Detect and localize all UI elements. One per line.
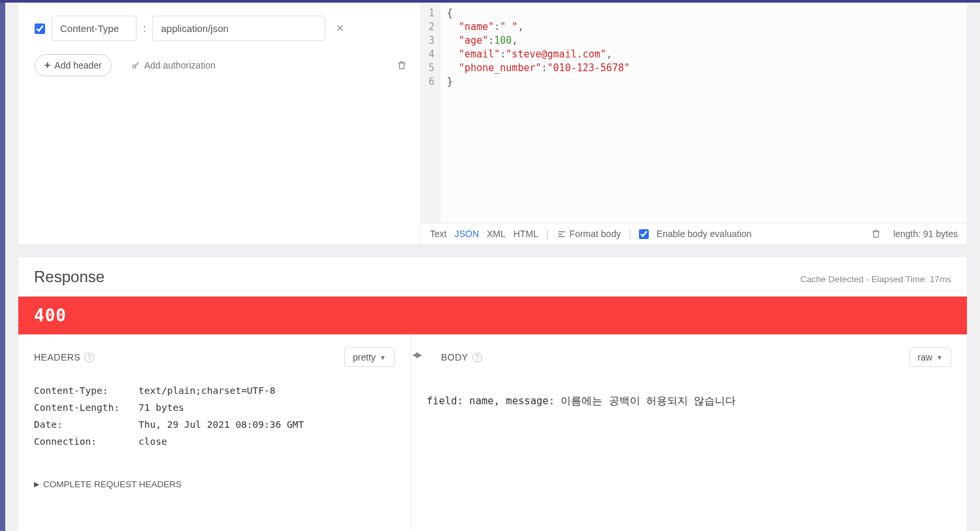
enable-body-evaluation-checkbox[interactable] [639,229,649,239]
body-view-label: raw [918,352,933,362]
add-header-label: Add header [54,60,101,71]
clear-headers-icon[interactable] [397,60,407,71]
enable-body-evaluation-label: Enable body evaluation [657,229,752,239]
request-headers-column: : ✕ + Add header Add authorization [18,3,420,244]
complete-request-headers-label: COMPLETE REQUEST HEADERS [43,479,182,489]
format-body-button[interactable]: Format body [557,229,621,239]
key-icon [131,61,140,70]
response-headers-table: Content-Type: text/plain;charset=UTF-8 C… [34,385,395,447]
status-code: 400 [34,306,67,325]
add-header-button[interactable]: + Add header [35,54,112,76]
caret-down-icon: ▼ [380,354,386,361]
header-row-date: Date: Thu, 29 Jul 2021 08:09:36 GMT [34,419,395,430]
format-body-label: Format body [570,229,621,239]
format-lines-icon [557,229,566,239]
help-icon[interactable]: ? [84,353,94,362]
add-authorization-label: Add authorization [144,60,216,71]
response-header-row: Response Cache Detected - Elapsed Time: … [18,257,967,297]
code-content: { "name":" ", "age":100, "email":"steve@… [440,3,636,223]
header-row-content-type: Content-Type: text/plain;charset=UTF-8 [34,385,395,396]
header-row: : ✕ [35,16,407,41]
header-key-input[interactable] [52,16,137,41]
caret-down-icon: ▼ [936,354,943,361]
format-html-tab[interactable]: HTML [514,229,538,239]
add-authorization-button[interactable]: Add authorization [131,60,216,71]
toolbar-separator: | [546,229,549,239]
format-xml-tab[interactable]: XML [487,229,506,239]
format-json-tab[interactable]: JSON [455,229,479,239]
help-icon[interactable]: ? [472,353,482,362]
format-text-tab[interactable]: Text [430,229,447,239]
response-panel: Response Cache Detected - Elapsed Time: … [18,257,967,531]
body-toolbar: Text JSON XML HTML | Format body | Enabl… [421,223,967,244]
response-headers-column: HEADERS ? pretty ▼ ◀ Content-Type: text/… [18,334,410,530]
status-code-bar: 400 [18,297,967,334]
request-panel: : ✕ + Add header Add authorization [18,3,967,244]
complete-request-headers-toggle[interactable]: ▶ COMPLETE REQUEST HEADERS [34,479,182,489]
toolbar-separator-2: | [629,229,631,239]
triangle-right-icon: ▶ [34,480,39,489]
response-title: Response [34,268,105,286]
header-row-content-length: Content-Length: 71 bytes [34,402,395,413]
response-body-content: field: name, message: 이름에는 공백이 허용되지 않습니다 [427,385,951,417]
response-meta: Cache Detected - Elapsed Time: 17ms [800,274,951,284]
collapse-right-icon[interactable]: ▶ [416,350,422,359]
body-section-label: BODY [441,352,468,362]
remove-header-icon[interactable]: ✕ [336,22,344,35]
header-colon: : [143,23,146,35]
request-body-column: 123456 { "name":" ", "age":100, "email":… [420,3,967,244]
clear-body-icon[interactable] [871,229,881,239]
body-length-label: length: 91 bytes [893,229,958,239]
headers-view-dropdown[interactable]: pretty ▼ [344,347,395,367]
plus-icon: + [44,59,50,71]
window-left-bar [0,3,5,531]
header-value-input[interactable] [152,16,325,41]
response-body-column: ▶ BODY ? raw ▼ field: name, message: 이름에… [410,334,967,530]
request-body-editor[interactable]: 123456 { "name":" ", "age":100, "email":… [421,3,967,223]
line-gutter: 123456 [421,3,440,223]
headers-view-label: pretty [353,352,376,362]
header-enabled-checkbox[interactable] [35,24,45,34]
header-row-connection: Connection: close [34,436,395,447]
body-view-dropdown[interactable]: raw ▼ [909,347,951,367]
headers-section-label: HEADERS [34,352,80,362]
